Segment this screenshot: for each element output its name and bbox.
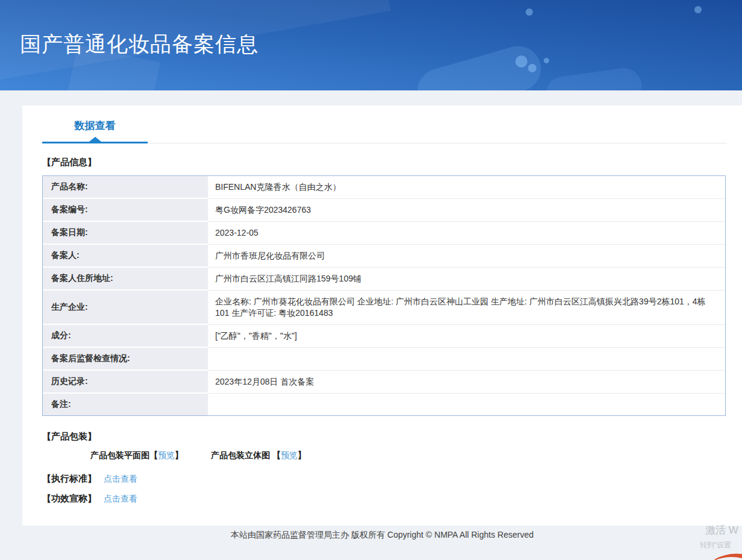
- table-row: 备案后监督检查情况:: [43, 348, 725, 371]
- row-value: BIFENLAN克隆香水（自由之水）: [208, 176, 725, 199]
- row-value: 企业名称: 广州市葵花化妆品有限公司 企业地址: 广州市白云区神山工业园 生产地…: [208, 291, 725, 325]
- tab-data-view[interactable]: 数据查看: [42, 119, 148, 143]
- row-label: 备案人住所地址:: [43, 268, 208, 291]
- swoosh-icon: [714, 552, 742, 560]
- table-row: 生产企业: 企业名称: 广州市葵花化妆品有限公司 企业地址: 广州市白云区神山工…: [43, 291, 725, 325]
- watermark-line1: 激活 W: [705, 523, 738, 537]
- standard-line: 【执行标准】 点击查看: [42, 473, 742, 485]
- bracket-open: 【: [149, 450, 158, 460]
- table-row: 备案编号: 粤G妆网备字2023426763: [43, 199, 725, 222]
- banner: 国产普通化妆品备案信息: [0, 0, 742, 90]
- stereo-preview-link[interactable]: 预览: [281, 450, 298, 460]
- row-label: 历史记录:: [43, 371, 208, 394]
- banner-decoration-dot: [528, 64, 536, 72]
- row-value: 广州市香班尼化妆品有限公司: [208, 245, 725, 268]
- windows-activation-watermark: 激活 W 转到“设置: [705, 523, 738, 550]
- table-row: 产品名称: BIFENLAN克隆香水（自由之水）: [43, 176, 725, 199]
- packaging-flat-item: 产品包装平面图【预览】: [90, 450, 183, 460]
- banner-decoration: [412, 41, 547, 90]
- row-label: 备案后监督检查情况:: [43, 348, 208, 371]
- watermark-line2: 转到“设置: [700, 540, 738, 550]
- standard-click-view-link[interactable]: 点击查看: [104, 474, 137, 483]
- row-label: 产品名称:: [43, 176, 208, 199]
- row-label: 成分:: [43, 325, 208, 348]
- row-value: 广州市白云区江高镇江同路159号109铺: [208, 268, 725, 291]
- banner-decoration: [544, 66, 644, 90]
- banner-decoration-dot: [544, 58, 549, 63]
- table-row: 备注:: [43, 394, 725, 415]
- row-label: 备案日期:: [43, 222, 208, 245]
- banner-decoration-dot: [515, 55, 527, 68]
- table-row: 备案人: 广州市香班尼化妆品有限公司: [43, 245, 725, 268]
- product-info-table-body: 产品名称: BIFENLAN克隆香水（自由之水） 备案编号: 粤G妆网备字202…: [43, 176, 725, 415]
- row-value: [208, 394, 725, 415]
- bracket-close: 】: [175, 450, 183, 460]
- standard-heading: 【执行标准】: [42, 473, 96, 483]
- packaging-stereo-item: 产品包装立体图 【预览】: [211, 450, 306, 460]
- row-value: 2023-12-05: [208, 222, 725, 245]
- table-row: 备案人住所地址: 广州市白云区江高镇江同路159号109铺: [43, 268, 725, 291]
- product-info-table: 产品名称: BIFENLAN克隆香水（自由之水） 备案编号: 粤G妆网备字202…: [42, 175, 726, 416]
- row-value: 粤G妆网备字2023426763: [208, 199, 725, 222]
- row-label: 生产企业:: [43, 291, 208, 325]
- bracket-close: 】: [298, 450, 306, 460]
- footer-copyright: 本站由国家药品监督管理局主办 版权所有 Copyright © NMPA All…: [22, 530, 742, 541]
- row-value: 2023年12月08日 首次备案: [208, 371, 725, 394]
- tabs-bar: 数据查看: [42, 105, 727, 143]
- flat-image-label: 产品包装平面图: [90, 450, 149, 460]
- banner-decoration-dot: [694, 6, 702, 13]
- flat-preview-link[interactable]: 预览: [158, 450, 175, 460]
- table-row: 备案日期: 2023-12-05: [43, 222, 725, 245]
- packaging-previews: 产品包装平面图【预览】 产品包装立体图 【预览】: [90, 450, 742, 461]
- product-info-heading: 【产品信息】: [42, 157, 742, 168]
- table-row: 历史记录: 2023年12月08日 首次备案: [43, 371, 725, 394]
- page-title: 国产普通化妆品备案信息: [20, 30, 259, 58]
- row-value: ["乙醇"，"香精"，"水"]: [208, 325, 725, 348]
- table-row: 成分: ["乙醇"，"香精"，"水"]: [43, 325, 725, 348]
- claims-line: 【功效宣称】 点击查看: [42, 493, 742, 505]
- row-label: 备注:: [43, 394, 208, 415]
- row-label: 备案编号:: [43, 199, 208, 222]
- row-value: [208, 348, 725, 371]
- claims-click-view-link[interactable]: 点击查看: [104, 494, 137, 503]
- packaging-heading: 【产品包装】: [42, 431, 742, 442]
- banner-decoration-dot: [526, 8, 533, 16]
- content-card: 数据查看 【产品信息】 产品名称: BIFENLAN克隆香水（自由之水） 备案编…: [22, 105, 742, 526]
- bracket-open: 【: [272, 450, 281, 460]
- row-label: 备案人:: [43, 245, 208, 268]
- stereo-image-label: 产品包装立体图: [211, 450, 272, 460]
- tab-data-view-label: 数据查看: [75, 120, 116, 131]
- claims-heading: 【功效宣称】: [42, 493, 96, 503]
